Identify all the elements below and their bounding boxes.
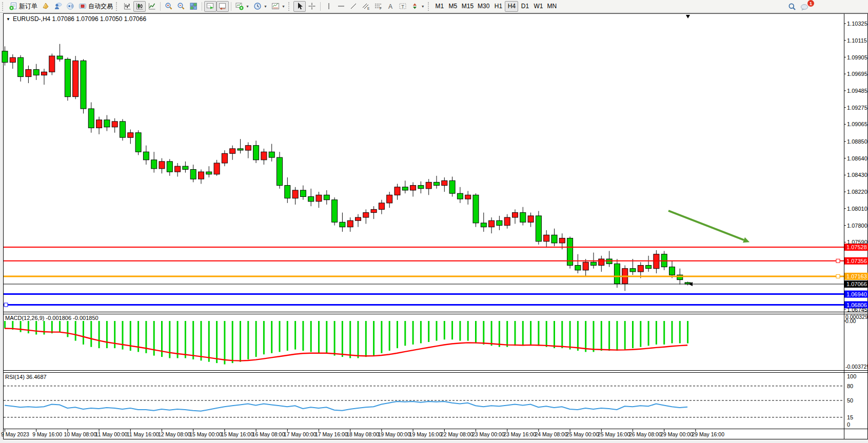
svg-text:1.10115: 1.10115 [847,37,867,44]
svg-text:9 May 2023: 9 May 2023 [1,431,29,437]
svg-text:29 May 00:00: 29 May 00:00 [660,431,693,437]
symbol-dropdown-icon[interactable]: ▼ [6,17,10,22]
svg-text:1.06940: 1.06940 [846,291,867,297]
svg-text:10 May 08:00: 10 May 08:00 [64,431,96,437]
svg-text:16 May 08:00: 16 May 08:00 [252,431,285,437]
svg-text:15 May 00:00: 15 May 00:00 [189,431,222,437]
chart-title: ▼ EURUSD-,H4 1.07086 1.07096 1.07050 1.0… [6,15,146,23]
svg-text:25 May 00:00: 25 May 00:00 [566,431,599,437]
svg-text:12 May 08:00: 12 May 08:00 [158,431,191,437]
svg-text:1.07066: 1.07066 [846,281,867,287]
symbol-ohlc-text: EURUSD-,H4 1.07086 1.07096 1.07050 1.070… [13,15,146,23]
svg-text:11 May 00:00: 11 May 00:00 [95,431,128,437]
mt4-window: 新订单 自动交易 [0,0,868,443]
svg-text:11 May 16:00: 11 May 16:00 [127,431,159,437]
svg-text:1.07800: 1.07800 [847,223,867,229]
svg-text:22 May 08:00: 22 May 08:00 [441,431,474,437]
svg-text:1.06745: 1.06745 [847,307,867,313]
svg-text:23 May 00:00: 23 May 00:00 [472,431,505,437]
svg-text:23 May 16:00: 23 May 16:00 [503,431,536,437]
svg-text:29 May 16:00: 29 May 16:00 [692,431,724,437]
svg-text:15 May 16:00: 15 May 16:00 [221,431,253,437]
svg-text:1.08850: 1.08850 [847,138,867,145]
line-selection-marker[interactable] [836,259,840,263]
svg-text:1.09485: 1.09485 [847,88,867,94]
svg-text:1.07590: 1.07590 [847,239,867,245]
svg-text:1.08430: 1.08430 [847,172,867,178]
macd-label: MACD(12,26,9) -0.001806 -0.001850 [5,315,98,321]
svg-text:1.09275: 1.09275 [847,105,867,111]
svg-text:26 May 08:00: 26 May 08:00 [629,431,662,437]
svg-text:1.10325: 1.10325 [847,21,867,27]
svg-text:80: 80 [847,383,853,389]
svg-text:1.09905: 1.09905 [847,54,867,61]
line-selection-marker[interactable] [4,303,8,307]
svg-text:19 May 00:00: 19 May 00:00 [378,431,410,437]
svg-text:1.08640: 1.08640 [847,155,867,162]
svg-text:-0.003725: -0.003725 [845,364,868,370]
line-selection-marker[interactable] [836,274,840,278]
svg-text:1.08010: 1.08010 [847,206,867,212]
svg-text:100: 100 [847,373,856,379]
chart-frame [4,14,868,439]
svg-text:19 May 16:00: 19 May 16:00 [409,431,442,437]
svg-text:1.09695: 1.09695 [847,71,867,77]
svg-text:24 May 08:00: 24 May 08:00 [535,431,567,437]
svg-text:9 May 16:00: 9 May 16:00 [32,431,62,437]
svg-text:18 May 08:00: 18 May 08:00 [346,431,379,437]
svg-text:25 May 16:00: 25 May 16:00 [598,431,630,437]
rsi-label: RSI(14) 36.4687 [5,374,47,380]
svg-text:1.09065: 1.09065 [847,121,867,127]
svg-text:50: 50 [847,397,853,404]
svg-text:1.07356: 1.07356 [846,258,867,264]
svg-text:1.08220: 1.08220 [847,189,867,195]
svg-text:0: 0 [847,421,850,428]
chart-canvas[interactable]: 1.075281.073561.071631.070661.069401.068… [0,0,868,443]
svg-text:0.00: 0.00 [845,318,856,324]
svg-text:17 May 00:00: 17 May 00:00 [284,431,317,437]
svg-text:17 May 16:00: 17 May 16:00 [315,431,348,437]
svg-text:15: 15 [847,414,853,420]
svg-text:1.07163: 1.07163 [846,273,867,279]
